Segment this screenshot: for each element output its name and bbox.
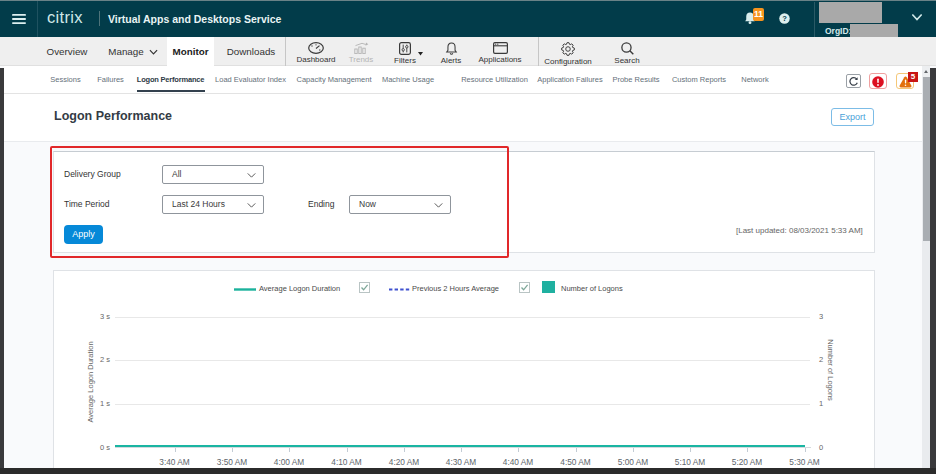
svg-text:?: ? xyxy=(782,14,787,23)
